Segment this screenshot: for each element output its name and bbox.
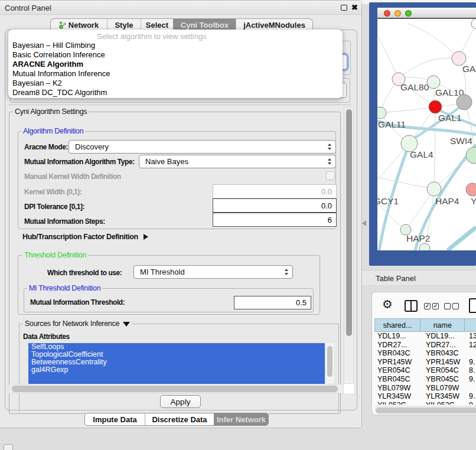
splitter-collapse-icon[interactable]: [362, 220, 366, 226]
tab-jactivemnodules[interactable]: jActiveMNodules: [236, 19, 312, 31]
unchecked-checkbox-icon[interactable]: [452, 303, 459, 309]
network-node[interactable]: [457, 94, 472, 110]
collapse-down-icon: [123, 322, 130, 327]
tab-style[interactable]: Style: [107, 19, 141, 31]
table-row[interactable]: YDL19...YDL19...13: [374, 332, 476, 341]
network-edge[interactable]: [399, 58, 459, 79]
network-node-hap4[interactable]: [427, 182, 441, 196]
table-row[interactable]: YDR27...YDR27...12: [374, 341, 476, 350]
data-attribute-item[interactable]: gal4RGexp: [28, 366, 325, 374]
network-node-gal10[interactable]: [427, 76, 440, 89]
mi-type-combobox[interactable]: Naive Bayes: [139, 155, 336, 168]
network-edge[interactable]: [434, 107, 435, 189]
attributes-scrollbar[interactable]: [326, 343, 334, 384]
bottom-tab-infer-network[interactable]: Infer Network: [214, 413, 268, 425]
minimize-traffic-light[interactable]: [395, 10, 401, 17]
table-row[interactable]: YER054CYER054C8.: [374, 366, 476, 375]
table-row[interactable]: YPR145WYPR145W9.: [374, 358, 476, 367]
table-horizontal-scrollbar[interactable]: [374, 406, 476, 414]
bottom-tab-discretize-data[interactable]: Discretize Data: [145, 413, 214, 425]
network-node-label: GAL7: [462, 64, 476, 74]
table-cell: YDR27...: [377, 341, 407, 349]
network-canvas[interactable]: GAL7GAL80GAL10GAL1GAL11GAL4SWI4GCY1HAP4Y…: [377, 19, 476, 250]
manual-kernel-checkbox[interactable]: [326, 171, 335, 180]
column-header[interactable]: name: [420, 319, 464, 331]
data-attributes-list[interactable]: SelfLoopsTopologicalCoefficientBetweenne…: [28, 343, 325, 384]
tab-label: Select: [146, 21, 168, 30]
table-horizontal-scrollbar-thumb[interactable]: [376, 407, 476, 413]
network-node-swi4[interactable]: [466, 147, 476, 164]
network-node-label: GAL4: [410, 149, 433, 159]
network-edge[interactable]: [380, 107, 435, 113]
float-window-icon[interactable]: [341, 5, 347, 11]
table-cell: YBR043C: [377, 349, 410, 357]
algorithm-option[interactable]: Bayesian – K2: [12, 79, 62, 87]
network-edge[interactable]: [377, 35, 399, 79]
apply-button[interactable]: Apply: [160, 395, 201, 408]
which-threshold-combobox[interactable]: MI Threshold: [133, 265, 293, 279]
table-cell: 12: [469, 341, 476, 349]
network-node[interactable]: [471, 19, 476, 29]
control-panel-title: Control Panel: [5, 4, 51, 12]
table-cell: YIL052C: [377, 401, 406, 405]
table-columns-icon[interactable]: [405, 300, 418, 312]
table-row[interactable]: YBR045CYBR045C9.: [374, 375, 476, 384]
settings-horizontal-scrollbar-thumb[interactable]: [12, 386, 338, 392]
tab-select[interactable]: Select: [141, 19, 173, 31]
expand-right-icon: [144, 234, 148, 240]
tab-cyni-toolbox[interactable]: Cyni Toolbox: [173, 19, 236, 31]
mi-steps-field[interactable]: 6: [213, 213, 337, 227]
algorithm-option[interactable]: ARACNE Algorithm: [12, 60, 83, 69]
close-traffic-light[interactable]: [384, 10, 390, 17]
data-attribute-item[interactable]: BetweennessCentrality: [28, 358, 325, 366]
table-cell: YDL19...: [377, 332, 406, 340]
aracne-mode-combobox[interactable]: Discovery: [69, 140, 336, 154]
table-row[interactable]: YLR345WYLR345W9.: [374, 392, 476, 401]
network-view-frame: GAL7GAL80GAL10GAL1GAL11GAL4SWI4GCY1HAP4Y…: [369, 2, 476, 266]
network-node-label: GAL11: [378, 119, 406, 129]
algorithm-option[interactable]: Mutual Information Inference: [12, 69, 110, 78]
algorithm-option[interactable]: Basic Correlation Inference: [12, 50, 105, 59]
table-row[interactable]: YBR043CYBR043C: [374, 349, 476, 358]
hub-transcription-row[interactable]: Hub/Transcription Factor Definition: [22, 233, 148, 241]
table-cell: YLR345W: [426, 392, 459, 400]
table-row[interactable]: YIL052CYIL052C0.: [374, 401, 476, 405]
algorithm-option[interactable]: Bayesian – Hill Climbing: [12, 41, 95, 50]
network-edge[interactable]: [406, 189, 434, 230]
table-icon[interactable]: [469, 298, 476, 313]
mi-threshold-field[interactable]: 0.5: [234, 296, 311, 309]
settings-horizontal-scrollbar[interactable]: [9, 384, 344, 393]
network-node[interactable]: [419, 243, 430, 250]
column-header[interactable]: shared...: [375, 319, 420, 331]
mini-panel-icon[interactable]: [4, 444, 13, 450]
settings-vertical-scrollbar[interactable]: [344, 106, 354, 384]
network-node-label: HAP2: [406, 233, 431, 243]
column-header[interactable]: [464, 319, 476, 331]
dpi-tolerance-field[interactable]: 0.0: [213, 198, 337, 213]
network-node-y[interactable]: [466, 183, 476, 196]
table-row[interactable]: YBL079WYBL079W: [374, 384, 476, 393]
bottom-tabs: Impute DataDiscretize DataInfer Network: [84, 413, 269, 426]
zoom-traffic-light[interactable]: [405, 10, 412, 17]
control-panel-tabs: NetworkStyleSelectCyni ToolboxjActiveMNo…: [50, 18, 313, 31]
kernel-width-field[interactable]: 0.0: [213, 184, 337, 198]
tab-network[interactable]: Network: [51, 19, 107, 31]
network-edge[interactable]: [407, 24, 459, 58]
table-panel-header: Table Panel: [362, 270, 476, 286]
settings-vertical-scrollbar-thumb[interactable]: [346, 109, 352, 336]
network-edge[interactable]: [377, 177, 434, 189]
checked-checkbox-icon[interactable]: ✓: [432, 303, 439, 309]
network-node-gal11[interactable]: [377, 107, 386, 119]
network-edge[interactable]: [448, 227, 476, 250]
network-node-label: SWI4: [450, 136, 472, 146]
checked-checkbox-icon[interactable]: ✓: [424, 303, 431, 309]
network-node-gal1[interactable]: [429, 100, 442, 113]
algorithm-option[interactable]: Dream8 DC_TDC Algorithm: [12, 88, 107, 97]
bottom-tab-impute-data[interactable]: Impute Data: [85, 413, 145, 425]
combo-arrows-icon: [328, 144, 331, 150]
close-icon[interactable]: ✖: [351, 3, 358, 12]
unchecked-checkbox-icon[interactable]: [444, 303, 451, 309]
table-cell: YDL19...: [426, 332, 455, 340]
table-cell: YBR043C: [426, 349, 459, 357]
gear-icon[interactable]: ⚙: [382, 297, 393, 311]
